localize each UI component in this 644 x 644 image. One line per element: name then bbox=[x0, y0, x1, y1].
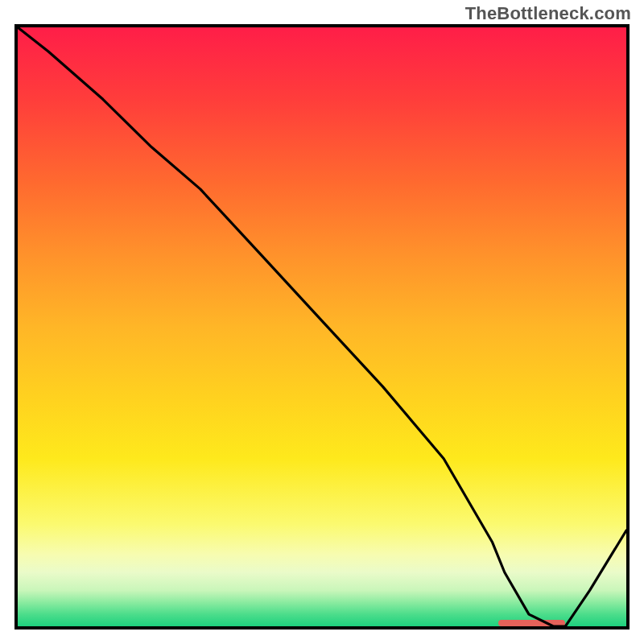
chart-root: TheBottleneck.com bbox=[0, 0, 644, 644]
watermark-text: TheBottleneck.com bbox=[465, 3, 631, 24]
curve-line bbox=[18, 27, 626, 626]
curve-svg bbox=[18, 27, 626, 626]
plot-area bbox=[14, 24, 630, 630]
